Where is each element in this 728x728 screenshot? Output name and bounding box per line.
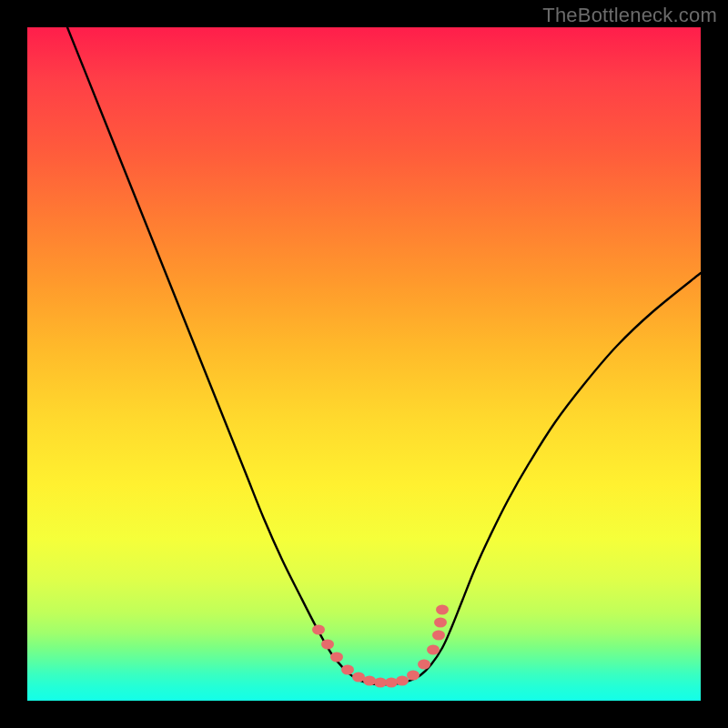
curve-marker — [432, 631, 445, 641]
curve-marker — [427, 645, 440, 655]
curve-marker — [436, 605, 449, 615]
curve-marker — [418, 660, 430, 670]
plot-area — [27, 27, 701, 701]
curve-marker — [434, 618, 447, 628]
curve-marker — [407, 671, 420, 681]
curve-markers — [312, 605, 449, 688]
curve-marker — [363, 676, 376, 686]
chart-frame: TheBottleneck.com — [0, 0, 728, 728]
curve-marker — [341, 665, 354, 675]
chart-svg — [27, 27, 701, 701]
curve-marker — [321, 640, 334, 650]
curve-marker — [330, 652, 343, 662]
bottleneck-curve — [67, 27, 701, 684]
curve-marker — [385, 678, 398, 688]
curve-marker — [312, 625, 325, 635]
curve-marker — [352, 672, 365, 682]
curve-marker — [374, 678, 387, 688]
watermark-text: TheBottleneck.com — [542, 4, 717, 27]
curve-marker — [396, 676, 409, 686]
